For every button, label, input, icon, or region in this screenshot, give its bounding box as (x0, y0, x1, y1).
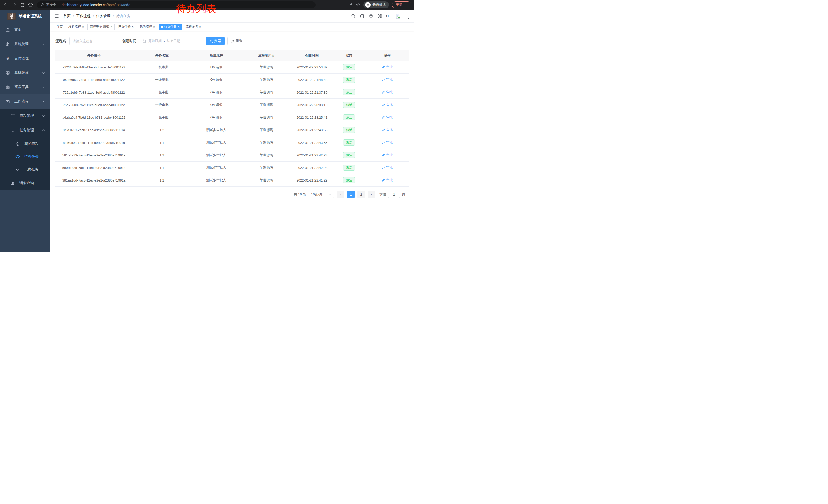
github-icon[interactable] (360, 13, 365, 19)
sidebar-item-home[interactable]: 首页 (0, 22, 50, 37)
goto-page-input[interactable] (388, 191, 400, 198)
fullscreen-icon[interactable] (377, 13, 382, 18)
filter-form: 流程名 创建时间 开始日期 - 结束日期 搜索 重置 (55, 37, 409, 45)
sidebar-item-infrastructure[interactable]: 基础设施 (0, 65, 50, 80)
approve-link[interactable]: 审批 (382, 102, 393, 107)
edit-icon (382, 103, 385, 106)
breadcrumb-separator: / (93, 14, 94, 18)
star-icon[interactable] (356, 3, 360, 7)
approve-link[interactable]: 审批 (382, 165, 393, 170)
sidebar-item-leave-query[interactable]: 请假查询 (0, 176, 50, 190)
app-logo[interactable]: 芋道管理系统 (0, 10, 50, 22)
status-badge: 激活 (343, 127, 355, 133)
goto-label: 前往 (379, 192, 386, 197)
starter-cell: 芋道源码 (241, 128, 291, 132)
close-icon[interactable]: × (199, 26, 201, 29)
process-name-input[interactable] (69, 37, 114, 45)
search-button[interactable]: 搜索 (206, 37, 225, 45)
close-icon[interactable]: × (132, 26, 134, 29)
starter-cell: 芋道源码 (241, 165, 291, 170)
edit-icon (382, 166, 385, 169)
tab-done-tasks[interactable]: 已办任务× (116, 24, 136, 30)
font-size-icon[interactable]: tT (386, 14, 389, 18)
created-cell: 2022-01-21 22:42:23 (291, 166, 332, 170)
reset-button[interactable]: 重置 (227, 37, 246, 45)
tab-start-process[interactable]: 发起流程× (66, 24, 86, 30)
total-count: 共 16 条 (294, 192, 306, 197)
help-icon[interactable] (369, 13, 373, 18)
sidebar-menu: 首页 系统管理 ¥ 支付管理 基础设施 研发工具 (0, 22, 50, 190)
date-range-picker[interactable]: 开始日期 - 结束日期 (139, 37, 201, 45)
sidebar-item-my-process[interactable]: 我的流程 (0, 137, 50, 150)
sidebar-fold-icon[interactable] (54, 13, 59, 19)
approve-link[interactable]: 审批 (382, 115, 393, 120)
tab-home[interactable]: 首页 (54, 24, 65, 30)
key-icon[interactable] (348, 3, 353, 7)
sidebar-item-label: 已办任务 (25, 167, 39, 172)
page-button-1[interactable]: 1 (347, 191, 355, 198)
monitor-icon (5, 71, 10, 75)
approve-link[interactable]: 审批 (382, 140, 393, 145)
sidebar-item-task-management[interactable]: 任务管理 (0, 123, 50, 137)
table-row: 8f0d1619-7ac8-11ec-a9e2-a2380e71991a 1.2… (55, 124, 409, 136)
browser-update-button[interactable]: 更新 (392, 1, 411, 8)
tab-form-edit[interactable]: 流程表单-编辑× (87, 24, 115, 30)
created-cell: 2022-01-22 23:53:32 (291, 65, 332, 69)
close-icon[interactable]: × (178, 26, 179, 29)
chevron-up-icon (42, 129, 45, 132)
close-icon[interactable]: × (111, 26, 112, 29)
task-name-cell: 一级审批 (132, 78, 191, 82)
sidebar-item-system[interactable]: 系统管理 (0, 37, 50, 51)
tab-process-detail[interactable]: 流程详情× (183, 24, 203, 30)
action-cell: 审批 (366, 178, 409, 183)
more-menu-icon[interactable] (405, 3, 409, 7)
task-id-cell: 75d72608-7b7f-11ec-a3c8-acde48001122 (55, 103, 132, 107)
sidebar-item-label: 请假查询 (19, 181, 34, 185)
task-name-cell: 一级审批 (132, 90, 191, 95)
sidebar-item-payment[interactable]: ¥ 支付管理 (0, 51, 50, 65)
tab-my-process[interactable]: 我的流程× (137, 24, 157, 30)
url-host: dashboard.yudao.iocoder.cn (61, 3, 107, 7)
approve-link[interactable]: 审批 (382, 65, 393, 70)
approve-link[interactable]: 审批 (382, 128, 393, 132)
edit-icon (382, 141, 385, 144)
breadcrumb-workflow[interactable]: 工作流程 (76, 14, 90, 18)
forward-icon[interactable] (11, 2, 17, 8)
col-task-id: 任务编号 (55, 53, 132, 58)
sidebar-item-todo-tasks[interactable]: 待办任务 (0, 150, 50, 163)
avatar[interactable] (393, 11, 403, 21)
next-page-button[interactable]: › (368, 191, 375, 198)
sidebar-item-devtools[interactable]: 研发工具 (0, 80, 50, 94)
caret-down-icon[interactable] (407, 17, 410, 20)
breadcrumb-task-management[interactable]: 任务管理 (96, 14, 111, 18)
status-cell: 激活 (332, 139, 366, 146)
sidebar-item-label: 首页 (14, 28, 22, 32)
search-icon[interactable] (351, 13, 356, 18)
reload-icon[interactable] (19, 2, 26, 8)
close-icon[interactable]: × (82, 26, 84, 29)
back-icon[interactable] (3, 2, 9, 8)
approve-link[interactable]: 审批 (382, 78, 393, 82)
task-name-cell: 1.2 (132, 153, 191, 157)
close-icon[interactable]: × (153, 26, 155, 29)
start-date-placeholder: 开始日期 (148, 39, 162, 43)
tab-todo-tasks[interactable]: 待办任务× (159, 24, 182, 30)
process-name-label: 流程名 (55, 39, 66, 43)
page-size-select[interactable]: 10条/页 (308, 191, 334, 198)
approve-link[interactable]: 审批 (382, 90, 393, 95)
task-id-cell: 73211d9d-7b9b-11ec-b5b7-acde48001122 (55, 65, 132, 69)
sidebar-item-done-tasks[interactable]: 已办任务 (0, 163, 50, 176)
starter-cell: 芋道源码 (241, 78, 291, 82)
status-cell: 激活 (332, 177, 366, 184)
incognito-label: 无痕模式 (372, 3, 386, 7)
approve-link[interactable]: 审批 (382, 153, 393, 157)
table-row: 069c6a63-7b8a-11ec-8ef0-acde48001122 一级审… (55, 74, 409, 86)
breadcrumb-home[interactable]: 首页 (64, 14, 71, 18)
page-button-2[interactable]: 2 (357, 191, 365, 198)
prev-page-button[interactable]: ‹ (337, 191, 344, 198)
home-icon[interactable] (27, 2, 34, 8)
sidebar-item-workflow[interactable]: 工作流程 (0, 94, 50, 109)
created-cell: 2022-01-21 22:42:23 (291, 153, 332, 157)
approve-link[interactable]: 审批 (382, 178, 393, 183)
sidebar-item-process-management[interactable]: 流程管理 (0, 109, 50, 123)
